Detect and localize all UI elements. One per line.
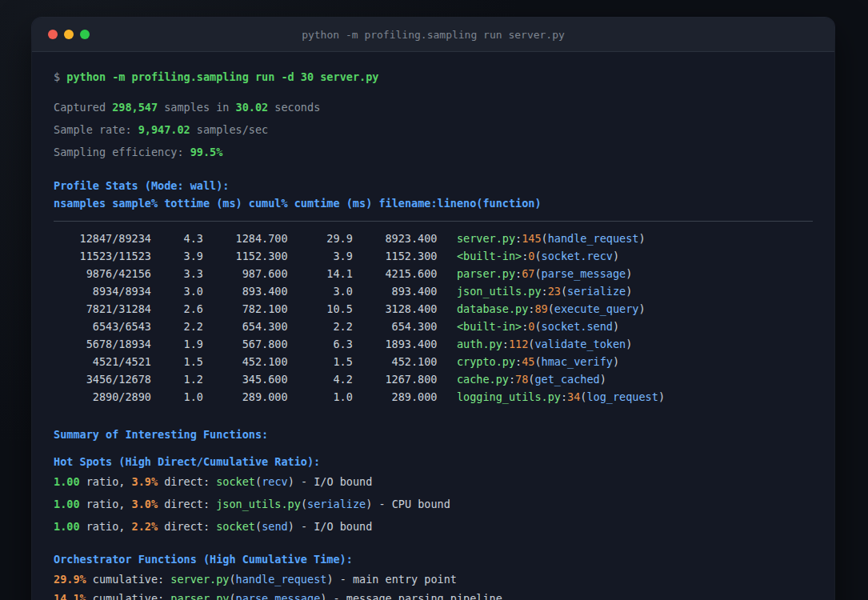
efficiency-line: Sampling efficiency:99.5% [54, 143, 813, 161]
lineno-cell: 23 [548, 282, 561, 300]
sample-pct-cell: 2.6 [151, 300, 203, 318]
target-name: json_utils.py [216, 498, 301, 510]
filename-cell: <built-in> [457, 247, 522, 265]
sample-pct-cell: 1.9 [151, 335, 203, 353]
cumul-pct-cell: 3.9 [288, 247, 353, 265]
colon: : [522, 247, 528, 265]
tottime-cell: 289.000 [203, 388, 288, 406]
nsamples-cell: 2890/2890 [54, 388, 151, 406]
captured-time: 30.02 [236, 101, 269, 114]
efficiency-value: 99.5% [190, 146, 223, 158]
close-paren: ) [366, 498, 372, 510]
open-paren: ( [548, 300, 554, 318]
cumulative-pct: 29.9% [54, 573, 86, 586]
target-name: socket [216, 475, 255, 488]
cumtime-cell: 289.000 [353, 388, 438, 406]
efficiency-label: Sampling efficiency: [54, 146, 184, 158]
close-window-button[interactable] [48, 30, 58, 39]
close-paren: ) [613, 318, 619, 335]
open-paren: ( [534, 353, 541, 370]
direct-pct: 3.9% [132, 475, 158, 488]
nsamples-cell: 3456/12678 [54, 370, 151, 388]
open-paren: ( [301, 498, 307, 510]
open-paren: ( [534, 265, 541, 282]
lineno-cell: 34 [567, 388, 580, 406]
tottime-cell: 345.600 [203, 370, 288, 388]
cumul-pct-cell: 6.3 [288, 335, 353, 353]
close-paren: ) [288, 475, 294, 488]
function-cell: handle_request [548, 230, 639, 247]
minimize-window-button[interactable] [64, 30, 74, 39]
open-paren: ( [255, 520, 262, 533]
cumul-pct-cell: 14.1 [288, 265, 353, 282]
terminal-content: $python -m profiling.sampling run -d 30 … [32, 52, 834, 600]
nsamples-cell: 6543/6543 [54, 318, 151, 335]
function-name: recv [262, 475, 288, 488]
ratio-value: 1.00 [54, 520, 80, 533]
close-paren: ) [626, 335, 632, 353]
sample-pct-cell: 4.3 [151, 230, 203, 247]
cumtime-cell: 452.100 [353, 353, 438, 370]
filename-cell: database.py [457, 300, 528, 318]
function-cell: validate_token [534, 335, 626, 353]
tottime-cell: 987.600 [203, 265, 288, 282]
cumul-pct-cell: 1.5 [288, 353, 353, 370]
maximize-window-button[interactable] [80, 30, 90, 39]
nsamples-cell: 7821/31284 [54, 300, 151, 318]
tottime-cell: 567.800 [203, 335, 288, 353]
ratio-label: ratio, [86, 498, 126, 510]
table-row: 4521/45211.5452.1001.5452.100crypto.py:4… [54, 353, 813, 370]
lineno-cell: 78 [515, 370, 528, 388]
close-paren: ) [288, 520, 294, 533]
rate-line: Sample rate:9,947.02samples/sec [54, 121, 813, 138]
filename-cell: logging_utils.py [457, 388, 561, 406]
cumtime-cell: 893.400 [353, 282, 438, 300]
captured-line: Captured298,547samples in30.02seconds [54, 98, 813, 116]
orchestrator-note: - main entry point [340, 573, 457, 586]
table-row: 5678/189341.9567.8006.31893.400auth.py:1… [54, 335, 813, 353]
direct-pct: 2.2% [132, 520, 158, 533]
open-paren: ( [542, 230, 548, 247]
cumtime-cell: 3128.400 [353, 300, 438, 318]
command-text: python -m profiling.sampling run -d 30 s… [66, 70, 378, 83]
colon: : [502, 335, 509, 353]
sample-pct-cell: 1.2 [151, 370, 203, 388]
cumtime-cell: 8923.400 [353, 230, 438, 247]
colon: : [515, 353, 522, 370]
function-name: parse_message [236, 592, 321, 600]
nsamples-cell: 11523/11523 [54, 247, 151, 265]
tottime-cell: 1152.300 [203, 247, 288, 265]
traffic-lights [48, 30, 90, 39]
function-cell: hmac_verify [542, 353, 613, 370]
table-row: 8934/89343.0893.4003.0893.400json_utils.… [54, 282, 813, 300]
open-paren: ( [534, 247, 541, 265]
title-bar: python -m profiling.sampling run server.… [32, 18, 834, 52]
orchestrator-title: Orchestrator Functions (High Cumulative … [54, 550, 813, 568]
tottime-cell: 452.100 [203, 353, 288, 370]
open-paren: ( [534, 318, 541, 335]
filename-cell: crypto.py [457, 353, 515, 370]
rate-value: 9,947.02 [138, 123, 190, 136]
direct-pct: 3.0% [132, 498, 158, 510]
table-row: 12847/892344.31284.70029.98923.400server… [54, 230, 813, 247]
colon: : [528, 300, 534, 318]
close-paren: ) [320, 592, 326, 600]
close-paren: ) [600, 370, 606, 388]
cumulative-label: cumulative: [93, 592, 164, 600]
function-cell: socket.recv [542, 247, 613, 265]
hot-spot-line: 1.00ratio,3.0%direct:json_utils.py(seria… [54, 495, 813, 513]
lineno-cell: 0 [528, 318, 534, 335]
direct-label: direct: [164, 520, 210, 533]
cumtime-cell: 654.300 [353, 318, 438, 335]
terminal-window: python -m profiling.sampling run server.… [32, 18, 834, 600]
table-row: 11523/115233.91152.3003.91152.300<built-… [54, 247, 813, 265]
orchestrator-note: - message parsing pipeline [334, 592, 502, 600]
lineno-cell: 112 [509, 335, 528, 353]
hot-spot-line: 1.00ratio,2.2%direct:socket(send)- I/O b… [54, 518, 813, 535]
close-paren: ) [626, 282, 632, 300]
function-cell: parse_message [542, 265, 626, 282]
open-paren: ( [528, 370, 534, 388]
function-cell: get_cached [534, 370, 599, 388]
table-header: nsamples sample% tottime (ms) cumul% cum… [54, 194, 813, 212]
colon: : [509, 370, 515, 388]
